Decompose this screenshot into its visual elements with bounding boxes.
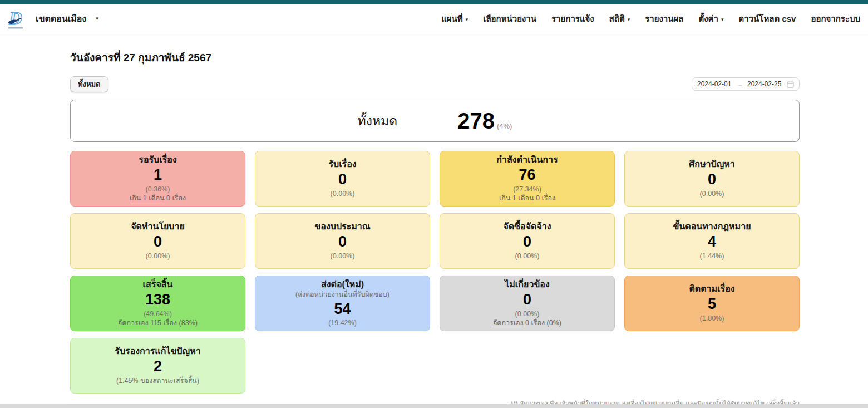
status-card-extra: เกิน 1 เดือน 0 เรื่อง (499, 194, 555, 203)
status-card-extra-text: 0 เรื่อง (534, 194, 556, 202)
nav-item-select-agency[interactable]: เลือกหน่วยงาน (483, 12, 536, 26)
status-card-title: กำลังดำเนินการ (496, 154, 558, 165)
status-card-percent: (1.44%) (700, 252, 724, 261)
status-card-title: จัดทำนโยบาย (131, 221, 185, 232)
bottom-divider (67, 401, 868, 401)
org-label: เขตดอนเมือง (36, 12, 86, 26)
status-card-certified-fix[interactable]: รับรองการแก้ไขปัญหา2(1.45% ของสถานะเสร็จ… (70, 338, 245, 394)
total-value: 278 (457, 109, 495, 134)
status-card-percent: (0.00%) (146, 252, 170, 261)
status-card-extra-link[interactable]: จัดการเอง (118, 319, 149, 327)
date-start-input[interactable] (697, 80, 733, 88)
controls-row: ทั้งหมด → (70, 77, 800, 91)
nav-item-map[interactable]: แผนที่▾ (441, 12, 468, 26)
status-card-title: ส่งต่อ(ใหม่) (321, 279, 364, 290)
status-card-forwarded-new[interactable]: ส่งต่อ(ใหม่)(ส่งต่อหน่วยงานอื่นที่รับผิด… (255, 276, 430, 331)
status-card-percent: (0.00%) (331, 252, 355, 261)
status-card-title: รับรองการแก้ไขปัญหา (115, 346, 200, 357)
status-card-waiting[interactable]: รอรับเรื่อง1(0.36%)เกิน 1 เดือน 0 เรื่อง (70, 151, 245, 207)
navbar: D เขตดอนเมือง ▾ แผนที่▾เลือกหน่วยงานรายก… (0, 4, 868, 33)
chevron-down-icon: ▾ (721, 17, 724, 22)
status-card-value: 0 (154, 233, 162, 252)
status-card-percent: (0.00%) (700, 190, 724, 199)
chevron-down-icon: ▾ (628, 17, 630, 22)
nav-item-report-list[interactable]: รายการแจ้ง (551, 12, 594, 26)
status-cards-grid: รอรับเรื่อง1(0.36%)เกิน 1 เดือน 0 เรื่อง… (70, 151, 800, 394)
status-card-extra-text: 0 เรื่อง (165, 194, 186, 202)
status-card-extra-text: 0 เรื่อง (0%) (524, 319, 561, 327)
status-card-percent: (0.00%) (515, 252, 540, 261)
nav-item-download-csv[interactable]: ดาวน์โหลด csv (739, 12, 796, 26)
status-card-percent: (27.34%) (513, 185, 541, 194)
status-card-subtitle: (ส่งต่อหน่วยงานอื่นที่รับผิดชอบ) (295, 291, 389, 299)
status-card-legal-process[interactable]: ขั้นตอนทางกฎหมาย4(1.44%) (624, 213, 800, 269)
bottom-strip (0, 404, 868, 408)
nav-item-logout[interactable]: ออกจากระบบ (811, 12, 860, 26)
status-card-title: ไม่เกี่ยวข้อง (505, 279, 549, 290)
status-card-value: 0 (523, 291, 531, 309)
range-arrow-icon: → (737, 81, 743, 87)
status-card-extra-link[interactable]: เกิน 1 เดือน (499, 194, 534, 202)
status-card-percent: (19.42%) (328, 319, 357, 328)
nav-menu: แผนที่▾เลือกหน่วยงานรายการแจ้งสถิติ▾รายง… (441, 12, 860, 26)
status-card-in-progress[interactable]: กำลังดำเนินการ76(27.34%)เกิน 1 เดือน 0 เ… (440, 151, 615, 207)
top-accent-bar (0, 0, 868, 4)
nav-item-statistics[interactable]: สถิติ▾ (609, 12, 630, 26)
status-card-extra-link[interactable]: เกิน 1 เดือน (130, 194, 165, 202)
status-card-percent: (1.80%) (700, 314, 724, 323)
status-card-extra: เกิน 1 เดือน 0 เรื่อง (130, 194, 186, 203)
filter-all-button[interactable]: ทั้งหมด (70, 76, 108, 92)
status-card-extra-link[interactable]: จัดการเอง (493, 319, 524, 327)
status-card-title: ติดตามเรื่อง (689, 283, 734, 294)
status-card-value: 1 (154, 166, 162, 185)
status-card-procurement[interactable]: จัดซื้อจัดจ้าง0(0.00%) (440, 213, 615, 269)
chevron-down-icon: ▾ (96, 16, 98, 21)
nav-item-results-report[interactable]: รายงานผล (645, 12, 683, 26)
app-logo-icon: D (6, 7, 29, 31)
status-card-title: ขั้นตอนทางกฎหมาย (673, 221, 751, 232)
org-selector[interactable]: D เขตดอนเมือง ▾ (6, 7, 98, 31)
main-content: วันอังคารที่ 27 กุมภาพันธ์ 2567 ทั้งหมด … (70, 33, 800, 394)
status-card-percent: (0.00%) (331, 190, 355, 199)
status-card-value: 0 (338, 170, 347, 189)
status-card-extra: จัดการเอง 0 เรื่อง (0%) (493, 319, 561, 328)
page-title-date: วันอังคารที่ 27 กุมภาพันธ์ 2567 (70, 33, 800, 66)
status-card-title: รอรับเรื่อง (139, 154, 176, 165)
status-card-value: 2 (154, 357, 162, 376)
status-card-title: เสร็จสิ้น (143, 279, 173, 290)
status-card-percent: (49.64%) (144, 310, 172, 319)
status-card-value: 76 (519, 166, 535, 185)
total-label: ทั้งหมด (358, 111, 398, 131)
status-card-policy[interactable]: จัดทำนโยบาย0(0.00%) (70, 213, 245, 269)
calendar-icon (787, 81, 794, 88)
status-card-received[interactable]: รับเรื่อง0(0.00%) (255, 151, 430, 207)
status-card-follow-up[interactable]: ติดตามเรื่อง5(1.80%) (624, 276, 800, 331)
status-card-value: 138 (145, 291, 170, 309)
status-card-value: 0 (338, 233, 347, 252)
nav-item-settings[interactable]: ตั้งค่า▾ (698, 12, 723, 26)
status-card-percent: (0.36%) (146, 185, 170, 194)
status-card-title: ศึกษาปัญหา (689, 159, 735, 170)
total-percent: (4%) (497, 122, 512, 130)
status-card-value: 0 (523, 233, 531, 252)
total-summary-card: ทั้งหมด 278 (4%) (70, 100, 800, 142)
status-card-studying[interactable]: ศึกษาปัญหา0(0.00%) (624, 151, 800, 207)
status-card-irrelevant[interactable]: ไม่เกี่ยวข้อง0(0.00%)จัดการเอง 0 เรื่อง … (440, 276, 615, 331)
status-card-budget[interactable]: ของบประมาณ0(0.00%) (255, 213, 430, 269)
status-card-value: 54 (334, 300, 351, 319)
status-card-title: จัดซื้อจัดจ้าง (503, 221, 551, 232)
status-card-value: 4 (708, 233, 716, 252)
date-end-input[interactable] (747, 80, 783, 88)
status-card-value: 0 (708, 170, 716, 189)
status-card-percent: (0.00%) (515, 310, 540, 319)
status-card-extra: จัดการเอง 115 เรื่อง (83%) (118, 319, 198, 328)
status-card-extra-text: 115 เรื่อง (83%) (149, 319, 198, 327)
status-card-title: ของบประมาณ (314, 221, 370, 232)
date-range-picker[interactable]: → (692, 77, 800, 91)
chevron-down-icon: ▾ (466, 17, 468, 22)
status-card-done[interactable]: เสร็จสิ้น138(49.64%)จัดการเอง 115 เรื่อง… (70, 276, 245, 331)
status-card-title: รับเรื่อง (328, 159, 356, 170)
status-card-percent: (1.45% ของสถานะเสร็จสิ้น) (116, 377, 199, 386)
status-card-value: 5 (708, 295, 716, 314)
